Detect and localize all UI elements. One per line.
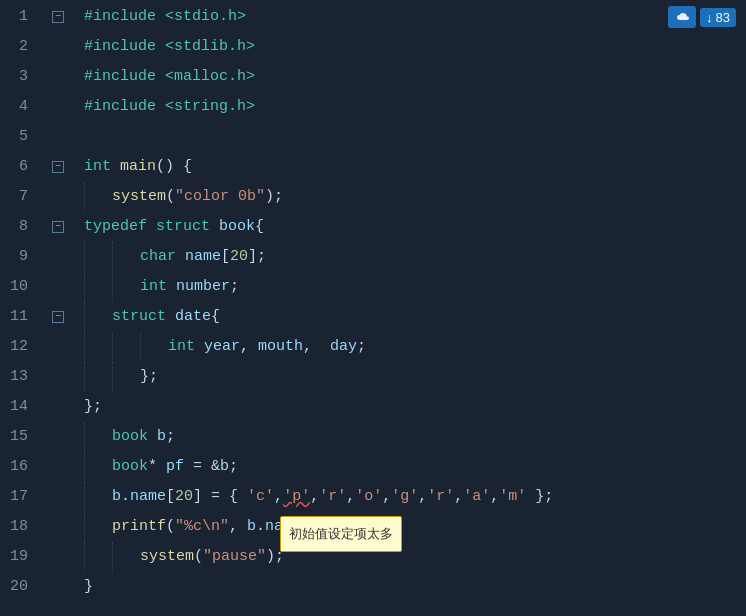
line-gutter (36, 392, 80, 422)
code-line: 17 b.name[20] = { 'c','p','r','o','g','r… (0, 482, 746, 512)
token: <malloc.h> (165, 62, 255, 92)
line-gutter (36, 242, 80, 272)
token: , (346, 482, 355, 512)
line-number: 14 (0, 392, 36, 422)
code-area: 1−#include <stdio.h>2#include <stdlib.h>… (0, 0, 746, 602)
token: , (418, 482, 427, 512)
token: }; (526, 482, 553, 512)
token: , (240, 332, 258, 362)
token: 'r' (319, 482, 346, 512)
fold-icon[interactable]: − (52, 161, 64, 173)
cloud-icon[interactable] (668, 6, 696, 28)
token: <stdlib.h> (165, 32, 255, 62)
token: b (247, 512, 256, 542)
code-line: 16 book* pf = &b; (0, 452, 746, 482)
indent-guide (112, 362, 140, 392)
code-line: 6−int main() { (0, 152, 746, 182)
token (156, 32, 165, 62)
token: name (130, 482, 166, 512)
indent-guide (84, 452, 112, 482)
token (156, 92, 165, 122)
token: , (490, 482, 499, 512)
token: . (121, 482, 130, 512)
token: book (219, 212, 255, 242)
code-line: 9 char name[20]; (0, 242, 746, 272)
token: ; (229, 452, 238, 482)
line-number: 16 (0, 452, 36, 482)
token: ); (265, 182, 283, 212)
token (166, 302, 175, 332)
indent-guide (84, 512, 112, 542)
line-content: #include <stdlib.h> (80, 32, 746, 62)
line-number: 19 (0, 542, 36, 572)
token: mouth (258, 332, 303, 362)
token: [ (166, 482, 175, 512)
token: char (140, 242, 176, 272)
score-badge[interactable]: ↓ 83 (700, 8, 736, 27)
line-content: printf("%c\n", b.name (80, 512, 746, 542)
token (156, 62, 165, 92)
token: ( (194, 542, 203, 572)
line-gutter: − (36, 302, 80, 332)
line-number: 7 (0, 182, 36, 212)
code-line: 3#include <malloc.h> (0, 62, 746, 92)
indent-guide (112, 332, 140, 362)
indent-guide (84, 422, 112, 452)
score-value: 83 (716, 10, 730, 25)
fold-icon[interactable]: − (52, 311, 64, 323)
token: * (148, 452, 166, 482)
editor-container: ↓ 83 1−#include <stdio.h>2#include <stdl… (0, 0, 746, 616)
line-content: char name[20]; (80, 242, 746, 272)
line-gutter (36, 32, 80, 62)
token: 'p' (283, 482, 310, 512)
code-line: 12 int year, mouth, day; (0, 332, 746, 362)
token: day (330, 332, 357, 362)
token (176, 242, 185, 272)
line-gutter (36, 572, 80, 602)
line-content: }; (80, 362, 746, 392)
tooltip: 初始值设定项太多 (280, 516, 402, 552)
line-gutter (36, 482, 80, 512)
line-gutter (36, 362, 80, 392)
line-gutter: − (36, 152, 80, 182)
indent-guide (84, 542, 112, 572)
fold-icon[interactable]: − (52, 221, 64, 233)
code-line: 4#include <string.h> (0, 92, 746, 122)
code-line: 18 printf("%c\n", b.name 初始值设定项太多 (0, 512, 746, 542)
token: b (220, 452, 229, 482)
token: b (157, 422, 166, 452)
line-gutter: − (36, 212, 80, 242)
line-content: } (80, 572, 746, 602)
token: ] = { (193, 482, 247, 512)
line-number: 11 (0, 302, 36, 332)
token: int (168, 332, 195, 362)
line-number: 5 (0, 122, 36, 152)
token: pf (166, 452, 184, 482)
token: 'm' (499, 482, 526, 512)
code-line: 8−typedef struct book{ (0, 212, 746, 242)
token: { (211, 302, 220, 332)
code-line: 14}; (0, 392, 746, 422)
line-gutter (36, 422, 80, 452)
line-content: b.name[20] = { 'c','p','r','o','g','r','… (80, 482, 746, 512)
line-gutter (36, 62, 80, 92)
token: , (274, 482, 283, 512)
line-number: 4 (0, 92, 36, 122)
line-gutter (36, 332, 80, 362)
token (148, 422, 157, 452)
token: ( (166, 512, 175, 542)
token: = & (184, 452, 220, 482)
token (156, 2, 165, 32)
token: number (176, 272, 230, 302)
line-content: typedef struct book{ (80, 212, 746, 242)
fold-icon[interactable]: − (52, 11, 64, 23)
line-content: book b; (80, 422, 746, 452)
token: ]; (248, 242, 266, 272)
token: struct (156, 212, 210, 242)
token: system (112, 182, 166, 212)
line-gutter (36, 182, 80, 212)
code-line: 10 int number; (0, 272, 746, 302)
indent-guide (84, 332, 112, 362)
token: 'o' (355, 482, 382, 512)
line-number: 17 (0, 482, 36, 512)
